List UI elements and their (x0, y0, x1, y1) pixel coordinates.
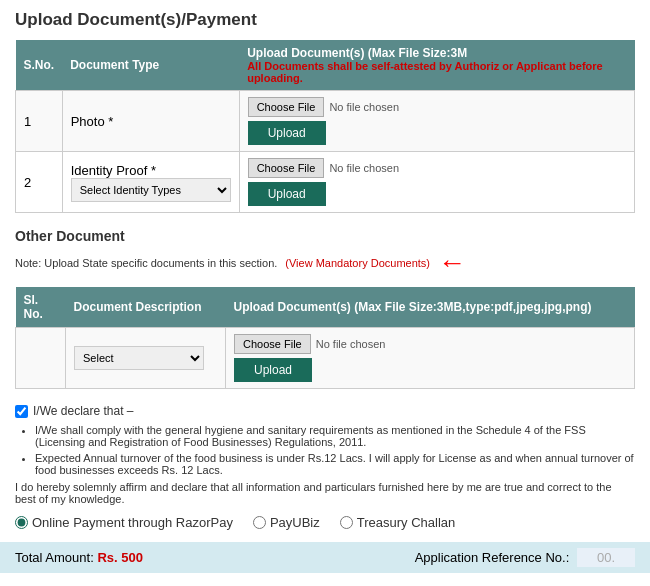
table-row: 2 Identity Proof * Select Identity Types… (16, 152, 635, 213)
treasury-radio[interactable] (340, 516, 353, 529)
other-choose-file-button[interactable]: Choose File (234, 334, 311, 354)
row2-no-file-text: No file chosen (329, 162, 399, 174)
other-document-section: Other Document Note: Upload State specif… (15, 228, 635, 389)
total-amount-group: Total Amount: Rs. 500 (15, 550, 143, 565)
other-col-slno: Sl. No. (16, 287, 66, 328)
row2-choose-file-button[interactable]: Choose File (248, 158, 325, 178)
declaration-bullets: I/We shall comply with the general hygie… (35, 424, 635, 476)
doc-description-select[interactable]: Select (74, 346, 204, 370)
row2-upload-cell: Choose File No file chosen Upload (239, 152, 634, 213)
other-doc-note: Note: Upload State specific documents in… (15, 257, 277, 269)
row1-doctype: Photo * (62, 91, 239, 152)
other-row1-slno (16, 328, 66, 389)
ref-no-group: Application Reference No.: 00. (415, 550, 635, 565)
table-row: Select Choose File No file chosen Upload (16, 328, 635, 389)
row2-upload-button[interactable]: Upload (248, 182, 326, 206)
other-no-file-text: No file chosen (316, 338, 386, 350)
payment-option-razorpay[interactable]: Online Payment through RazorPay (15, 515, 233, 530)
declaration-checkbox[interactable] (15, 405, 28, 418)
total-amount-value: Rs. 500 (97, 550, 143, 565)
razorpay-radio[interactable] (15, 516, 28, 529)
row2-doctype: Identity Proof * Select Identity Types (62, 152, 239, 213)
arrow-icon: ← (438, 247, 466, 279)
payment-options: Online Payment through RazorPay PayUBiz … (15, 515, 635, 530)
treasury-label: Treasury Challan (357, 515, 456, 530)
table-row: 1 Photo * Choose File No file chosen Upl… (16, 91, 635, 152)
payubiz-label: PayUBiz (270, 515, 320, 530)
row1-no-file-text: No file chosen (329, 101, 399, 113)
final-declaration-text: I do hereby solemnly affirm and declare … (15, 481, 635, 505)
ref-label: Application Reference No.: (415, 550, 570, 565)
payubiz-radio[interactable] (253, 516, 266, 529)
declaration-section: I/We declare that – I/We shall comply wi… (15, 404, 635, 505)
other-doc-title: Other Document (15, 228, 635, 244)
page-title: Upload Document(s)/Payment (15, 10, 635, 30)
other-row1-upload-cell: Choose File No file chosen Upload (226, 328, 635, 389)
col-header-doctype: Document Type (62, 40, 239, 91)
row1-sno: 1 (16, 91, 63, 152)
identity-type-select[interactable]: Select Identity Types (71, 178, 231, 202)
upload-documents-table: S.No. Document Type Upload Document(s) (… (15, 40, 635, 213)
row2-sno: 2 (16, 152, 63, 213)
list-item: I/We shall comply with the general hygie… (35, 424, 635, 448)
other-col-upload: Upload Document(s) (Max File Size:3MB,ty… (226, 287, 635, 328)
col-header-sno: S.No. (16, 40, 63, 91)
payment-option-payubiz[interactable]: PayUBiz (253, 515, 320, 530)
declaration-label: I/We declare that – (33, 404, 134, 418)
row1-upload-cell: Choose File No file chosen Upload (239, 91, 634, 152)
declaration-checkbox-row: I/We declare that – (15, 404, 635, 418)
razorpay-label: Online Payment through RazorPay (32, 515, 233, 530)
row1-upload-button[interactable]: Upload (248, 121, 326, 145)
col-header-upload: Upload Document(s) (Max File Size:3M All… (239, 40, 634, 91)
other-doc-table: Sl. No. Document Description Upload Docu… (15, 287, 635, 389)
other-upload-button[interactable]: Upload (234, 358, 312, 382)
ref-no-value: 00. (577, 548, 635, 567)
list-item: Expected Annual turnover of the food bus… (35, 452, 635, 476)
row1-choose-file-button[interactable]: Choose File (248, 97, 325, 117)
mandatory-docs-link[interactable]: (View Mandatory Documents) (285, 257, 430, 269)
note-row: Note: Upload State specific documents in… (15, 247, 635, 279)
other-row1-select-cell: Select (66, 328, 226, 389)
total-label: Total Amount: (15, 550, 94, 565)
other-col-description: Document Description (66, 287, 226, 328)
total-amount-bar: Total Amount: Rs. 500 Application Refere… (0, 542, 650, 573)
payment-option-treasury[interactable]: Treasury Challan (340, 515, 456, 530)
